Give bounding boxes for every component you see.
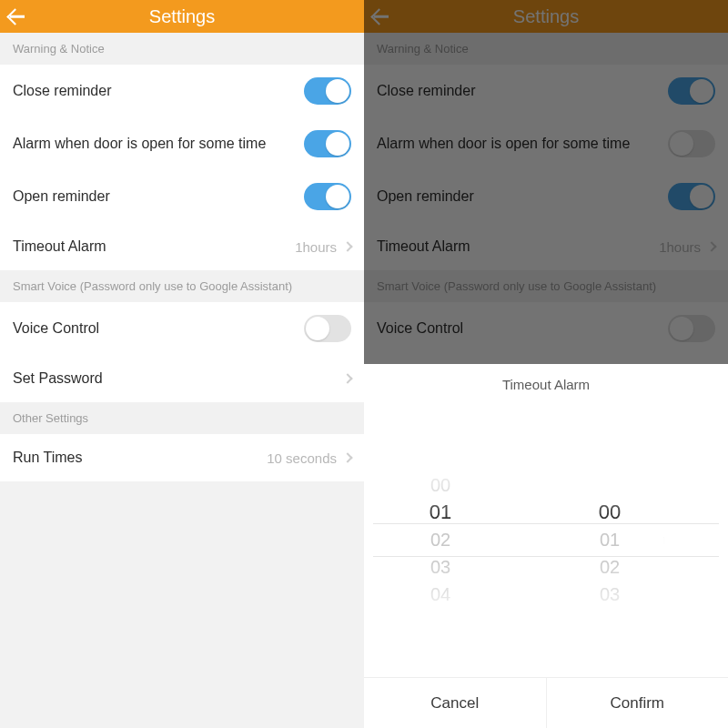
chevron-right-icon — [342, 452, 352, 462]
confirm-button[interactable]: Confirm — [546, 678, 729, 728]
row-close-reminder[interactable]: Close reminder — [0, 65, 364, 117]
row-label: Run Times — [13, 450, 82, 466]
section-other-header: Other Settings — [0, 402, 364, 434]
row-timeout-alarm[interactable]: Timeout Alarm 1hours — [0, 223, 364, 270]
row-label: Set Password — [13, 370, 103, 387]
toggle-close-reminder[interactable] — [304, 77, 351, 105]
sheet-buttons: Cancel Confirm — [364, 677, 728, 728]
row-voice-control[interactable]: Voice Control — [0, 302, 364, 355]
back-button[interactable] — [9, 8, 29, 25]
row-label: Timeout Alarm — [13, 238, 106, 255]
cancel-button[interactable]: Cancel — [364, 678, 546, 728]
section-warning: Close reminder Alarm when door is open f… — [0, 65, 364, 270]
section-voice-header: Smart Voice (Password only use to Google… — [0, 270, 364, 302]
row-label: Voice Control — [13, 320, 99, 337]
sheet-title: Timeout Alarm — [364, 364, 728, 401]
section-voice: Voice Control Set Password — [0, 302, 364, 402]
row-run-times[interactable]: Run Times 10 seconds — [0, 434, 364, 481]
run-times-value: 10 seconds — [267, 450, 337, 466]
minutes-wheel[interactable]: -- 00 01 02 03 minutes — [555, 449, 664, 631]
section-warning-header: Warning & Notice — [0, 33, 364, 65]
settings-screen-left: Settings Warning & Notice Close reminder… — [0, 0, 364, 728]
toggle-open-reminder[interactable] — [304, 183, 351, 210]
hours-wheel[interactable]: 00 01 02 03 04 hours — [386, 449, 495, 631]
section-other: Run Times 10 seconds — [0, 434, 364, 481]
settings-screen-right: Settings Warning & Notice Close reminder… — [364, 0, 728, 728]
timeout-alarm-sheet: Timeout Alarm 00 01 02 03 04 hours -- 00… — [364, 364, 728, 728]
row-open-reminder[interactable]: Open reminder — [0, 170, 364, 223]
row-label: Open reminder — [13, 188, 110, 205]
chevron-right-icon — [342, 373, 352, 383]
chevron-right-icon — [342, 241, 352, 251]
minutes-unit: minutes — [663, 532, 664, 547]
row-label: Close reminder — [13, 83, 111, 99]
page-title: Settings — [149, 6, 215, 27]
time-picker: 00 01 02 03 04 hours -- 00 01 02 03 minu… — [364, 401, 728, 677]
appbar: Settings — [0, 0, 364, 33]
timeout-value: 1hours — [295, 239, 337, 255]
row-alarm-open[interactable]: Alarm when door is open for some time — [0, 117, 364, 170]
row-label: Alarm when door is open for some time — [13, 136, 266, 152]
row-set-password[interactable]: Set Password — [0, 355, 364, 402]
toggle-alarm-open[interactable] — [304, 130, 351, 157]
toggle-voice-control[interactable] — [304, 315, 351, 342]
